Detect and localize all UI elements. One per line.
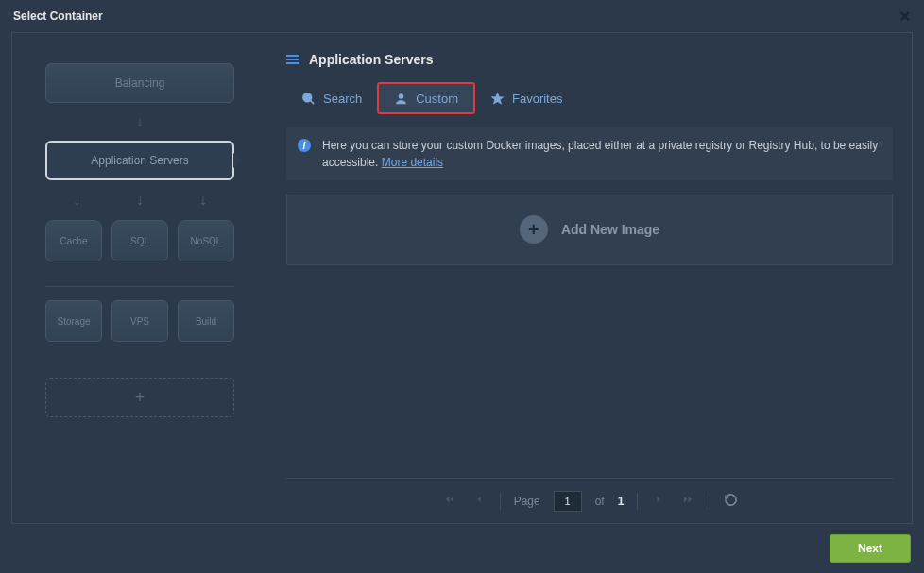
pager-first-icon[interactable] xyxy=(441,491,458,511)
arrow-down-icon: ↓ xyxy=(73,192,80,209)
arrow-down-icon: ↓ xyxy=(137,114,144,129)
page-input[interactable] xyxy=(554,491,582,512)
plus-circle-icon: + xyxy=(520,215,548,244)
extra-nodes-row: Storage VPS Build xyxy=(45,300,234,342)
node-storage[interactable]: Storage xyxy=(45,300,102,342)
dialog-footer: Next xyxy=(0,524,924,573)
hamburger-icon[interactable] xyxy=(286,55,299,64)
node-label: VPS xyxy=(130,316,149,327)
main-panel: Application Servers Search Custom xyxy=(267,33,912,523)
tab-label: Favorites xyxy=(512,92,562,106)
add-new-image-button[interactable]: + Add New Image xyxy=(286,194,893,265)
add-node-slot[interactable]: + xyxy=(45,378,234,417)
arrow-down-icon: ↓ xyxy=(199,192,207,209)
pager-separator xyxy=(637,493,638,510)
plus-icon: + xyxy=(135,388,145,408)
tab-custom[interactable]: Custom xyxy=(377,82,475,114)
svg-point-2 xyxy=(399,93,403,98)
pager-prev-icon[interactable] xyxy=(471,492,487,510)
info-bar: i Here you can store your custom Docker … xyxy=(286,127,893,180)
node-nosql[interactable]: NoSQL xyxy=(178,220,234,261)
arrow-down-icon: ↓ xyxy=(136,192,144,209)
node-cache[interactable]: Cache xyxy=(45,220,102,261)
node-sql[interactable]: SQL xyxy=(111,220,168,261)
node-label: Cache xyxy=(60,236,88,246)
node-app-servers[interactable]: Application Servers xyxy=(45,141,234,180)
next-button[interactable]: Next xyxy=(830,534,911,563)
db-nodes-row: Cache SQL NoSQL xyxy=(45,220,234,261)
sidebar-divider xyxy=(45,286,234,287)
pager-next-icon[interactable] xyxy=(651,492,666,510)
node-label: SQL xyxy=(130,236,149,246)
pager: Page of 1 xyxy=(286,478,893,523)
tab-favorites[interactable]: Favorites xyxy=(475,82,577,114)
dialog-titlebar: Select Container ✕ xyxy=(0,0,924,32)
of-label: of xyxy=(595,495,605,508)
node-label: Build xyxy=(196,316,216,327)
node-build[interactable]: Build xyxy=(178,300,234,342)
add-image-label: Add New Image xyxy=(561,222,659,237)
info-icon: i xyxy=(298,139,311,152)
page-label: Page xyxy=(514,495,540,508)
refresh-icon[interactable] xyxy=(724,493,738,510)
svg-line-1 xyxy=(310,100,314,104)
pager-last-icon[interactable] xyxy=(679,491,696,511)
select-container-dialog: Select Container ✕ Balancing ↓ Applicati… xyxy=(0,0,924,573)
node-label: NoSQL xyxy=(191,236,222,246)
tabs-row: Search Custom Favorites xyxy=(286,82,893,114)
main-header: Application Servers xyxy=(286,52,893,67)
more-details-link[interactable]: More details xyxy=(382,156,443,169)
tab-search[interactable]: Search xyxy=(286,82,377,114)
main-heading: Application Servers xyxy=(309,52,434,67)
svg-point-0 xyxy=(303,93,312,101)
search-icon xyxy=(301,92,316,106)
tab-label: Search xyxy=(323,92,362,106)
tab-label: Custom xyxy=(416,92,458,106)
user-icon xyxy=(394,92,408,106)
info-text-wrap: Here you can store your custom Docker im… xyxy=(322,137,881,171)
node-label: Application Servers xyxy=(91,154,188,167)
pager-separator xyxy=(500,493,501,510)
star-icon xyxy=(490,92,505,106)
page-total: 1 xyxy=(618,495,625,508)
node-label: Storage xyxy=(57,316,90,327)
node-balancing[interactable]: Balancing xyxy=(45,63,234,103)
dialog-title: Select Container xyxy=(13,9,103,23)
node-label: Balancing xyxy=(115,76,165,90)
content-area: Balancing ↓ Application Servers ↓ ↓ ↓ Ca… xyxy=(11,32,913,524)
node-vps[interactable]: VPS xyxy=(111,300,168,342)
close-icon[interactable]: ✕ xyxy=(898,8,911,25)
topology-sidebar: Balancing ↓ Application Servers ↓ ↓ ↓ Ca… xyxy=(12,33,267,523)
arrow-row: ↓ ↓ ↓ xyxy=(45,192,234,209)
pager-separator xyxy=(710,493,710,510)
svg-marker-3 xyxy=(491,93,504,104)
